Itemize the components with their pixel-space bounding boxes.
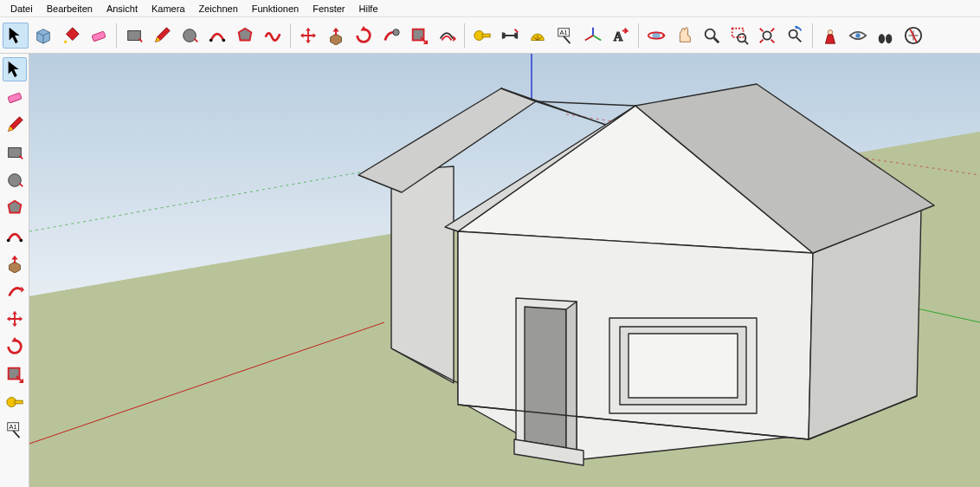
rect-icon [125,26,144,45]
box3d-icon [34,26,53,45]
polygon-tool[interactable] [3,196,27,220]
protractor-tool[interactable] [525,23,551,49]
zoom-icon [702,26,721,45]
polygon-tool[interactable] [232,23,258,49]
rotate-icon [354,26,373,45]
zoom-tool[interactable] [699,23,725,49]
select-tool[interactable] [3,57,27,81]
textlabel-icon [5,420,24,439]
toolbar-separator [290,23,291,48]
polygon-icon [235,26,255,45]
dimtool-icon [500,26,519,45]
scale-tool[interactable] [406,23,432,49]
tape-icon [473,26,492,45]
orbit-tool[interactable] [643,23,669,49]
scale-tool[interactable] [3,362,27,386]
tape-measure-tool[interactable] [469,23,495,49]
eraser-icon [5,88,24,107]
rectangle-tool[interactable] [121,23,147,49]
freehand-icon [263,26,282,45]
pushpull-icon [326,26,345,45]
line-tool[interactable] [3,113,27,137]
position-camera-tool[interactable] [817,23,843,49]
follow-me-tool[interactable] [378,23,404,49]
arc-icon [5,226,24,245]
arc-tool[interactable] [204,23,230,49]
side-toolbar [0,54,29,487]
rotate-tool[interactable] [351,23,377,49]
menu-hilfe[interactable]: Hilfe [352,2,385,16]
walk-icon [876,26,895,45]
walk-tool[interactable] [873,23,899,49]
followme2-icon [5,282,24,301]
eye-icon [848,26,867,45]
3d-text-tool[interactable] [608,23,634,49]
push-pull-tool[interactable] [323,23,349,49]
move-tool[interactable] [3,307,27,331]
previous-view-tool[interactable] [782,23,808,49]
menu-bearbeiten[interactable]: Bearbeiten [40,2,100,16]
eraser-icon [89,26,108,45]
scale-icon [5,365,24,384]
make-component-tool[interactable] [30,23,56,49]
tape-icon [5,393,24,412]
menu-kamera[interactable]: Kamera [145,2,192,16]
dimension-tool[interactable] [497,23,523,49]
select-tool[interactable] [3,23,29,49]
follow-me-tool[interactable] [3,279,27,303]
menu-ansicht[interactable]: Ansicht [100,2,145,16]
zoom-extents-tool[interactable] [754,23,780,49]
svg-marker-38 [525,307,566,448]
menu-datei[interactable]: Datei [3,2,40,16]
menu-funktionen[interactable]: Funktionen [245,2,306,16]
menu-zeichnen[interactable]: Zeichnen [192,2,245,16]
pencil-icon [152,26,171,45]
hand-icon [674,26,693,45]
protractor-icon [528,26,547,45]
eraser-tool[interactable] [86,23,112,49]
tape-measure-tool[interactable] [3,390,27,414]
zoom-window-tool[interactable] [726,23,752,49]
toolbar-separator [812,23,813,48]
text-tool[interactable] [3,418,27,442]
text3d-icon [611,26,630,45]
eraser-tool[interactable] [3,85,27,109]
section-icon [904,26,923,45]
arrow-icon [5,60,24,79]
circle-tool[interactable] [177,23,203,49]
zoomwin-icon [730,26,749,45]
polygon-icon [5,198,24,218]
arc-icon [208,26,227,45]
scale-icon [409,26,429,45]
rotate-tool[interactable] [3,334,27,359]
paint-bucket-tool[interactable] [58,23,84,49]
move-icon [5,309,24,328]
svg-marker-27 [391,166,454,383]
offset-icon [437,26,456,45]
line-tool[interactable] [149,23,175,49]
look-around-tool[interactable] [845,23,871,49]
offset-tool[interactable] [434,23,460,49]
pencil-icon [5,115,24,134]
arc-tool[interactable] [3,224,27,248]
axes-tool[interactable] [580,23,606,49]
section-plane-tool[interactable] [900,23,926,49]
orbit-icon [647,26,666,45]
textlabel-icon [556,26,575,45]
pushpull-icon [5,254,24,273]
toolbar-separator [638,23,639,48]
zoomprev-icon [785,26,804,45]
push-pull-tool[interactable] [3,251,27,276]
menubar: Datei Bearbeiten Ansicht Kamera Zeichnen… [0,0,980,17]
bucket-icon [61,26,81,45]
text-tool[interactable] [552,23,578,49]
rectangle-tool[interactable] [3,140,27,165]
camera-icon [821,26,840,45]
move-tool[interactable] [295,23,321,49]
freehand-tool[interactable] [260,23,286,49]
menu-fenster[interactable]: Fenster [306,2,351,16]
circle-tool[interactable] [3,168,27,192]
3d-viewport[interactable] [29,54,980,487]
pan-tool[interactable] [671,23,697,49]
rotate-icon [5,337,24,356]
